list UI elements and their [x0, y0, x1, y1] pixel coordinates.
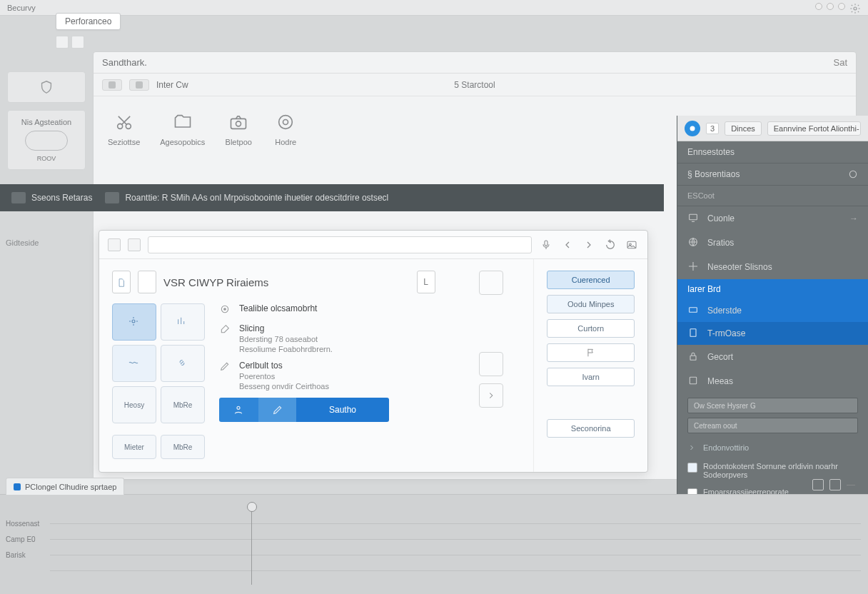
addr-icon[interactable] [128, 238, 141, 251]
btn-cuerenced[interactable]: Cuerenced [547, 271, 635, 289]
picture-icon[interactable] [625, 238, 639, 252]
link-endon[interactable]: Endonvottirio [677, 438, 868, 458]
modal-title: VSR CIWYP Riraiems [163, 276, 268, 288]
tab-dinces[interactable]: Dinces [725, 121, 762, 136]
back-icon[interactable] [560, 238, 575, 252]
pencil-icon [219, 361, 232, 373]
stack-icon [687, 375, 700, 388]
slot-card[interactable] [479, 383, 503, 408]
brush-icon [219, 323, 232, 336]
mic-icon[interactable] [539, 238, 553, 252]
field-scere[interactable]: Ow Scere Hysrer G [687, 398, 858, 413]
svg-rect-22 [690, 356, 696, 360]
sel-item-sderstde[interactable]: Sderstde [677, 299, 868, 322]
badge-count: 3 [706, 123, 719, 134]
left-label: Gidteside [6, 238, 39, 247]
thumb-icon [105, 192, 119, 203]
detail-row[interactable]: Slicing Bdersting 78 oaseabot Resoliume … [219, 323, 435, 353]
folder-icon [169, 111, 196, 134]
gear-icon [127, 316, 141, 328]
action-label: Sautho [329, 405, 356, 415]
doc-icon[interactable] [138, 271, 156, 293]
detail-sub: Bdersting 78 oaseabot [239, 335, 333, 343]
tile-label: MbRe [173, 401, 193, 409]
action-primary[interactable]: Sautho [296, 398, 389, 422]
addr-icon[interactable] [108, 238, 121, 251]
chart-icon [176, 316, 190, 328]
slot-card[interactable] [479, 271, 503, 295]
rpanel-item-gecort[interactable]: Gecort [677, 345, 868, 369]
tool-sezi[interactable]: Seziottse [108, 111, 140, 146]
field-cetream[interactable]: Cetream oout [687, 418, 858, 433]
tool-blet[interactable]: Bletpoo [225, 111, 252, 146]
tile-mieter[interactable]: Mieter [112, 435, 156, 459]
left-card-aspiration: Nis Agsteation ROOV [7, 110, 86, 170]
rpanel-h2[interactable]: § Bosrentiaos [677, 163, 868, 186]
window-dot[interactable] [827, 3, 834, 10]
arrow-icon: → [849, 213, 858, 223]
svg-rect-3 [231, 119, 246, 129]
btn-blank[interactable] [547, 343, 635, 362]
btn-curtorn[interactable]: Curtorn [547, 319, 635, 338]
svg-point-12 [132, 320, 135, 323]
chevron-right-icon [687, 443, 696, 452]
detail-row[interactable]: Cerlbult tos Poerentos Besseng onvdir Ce… [219, 361, 435, 391]
item-label: Sderstde [707, 306, 742, 316]
camera-icon [225, 111, 252, 134]
tile-label: MbRe [173, 443, 193, 451]
lane [50, 523, 861, 524]
status-icon[interactable] [812, 479, 824, 490]
detail-row[interactable]: Tealible olcsamobrht [219, 303, 435, 316]
subbar-chip[interactable] [102, 79, 122, 91]
link-icon [176, 357, 190, 370]
slot-card[interactable] [479, 352, 503, 376]
banner-seg-a[interactable]: Sseons Retaras [11, 192, 92, 203]
url-input[interactable] [148, 236, 532, 253]
tool-ages[interactable]: Agesopobics [160, 111, 205, 146]
modal-addressbar [99, 231, 647, 259]
forward-icon[interactable] [582, 238, 596, 252]
timeline-tab-label: PClongel Clhudire sprtaep [25, 483, 116, 491]
timeline[interactable]: Hossenast Camp E0 Barisk [0, 502, 868, 588]
left-card[interactable] [7, 71, 86, 103]
playhead[interactable] [251, 506, 252, 585]
action-edit[interactable] [258, 398, 296, 422]
timeline-tab[interactable]: PClongel Clhudire sprtaep [6, 478, 124, 495]
mini-tab[interactable] [71, 36, 84, 49]
bubble-icon[interactable] [685, 121, 700, 136]
svg-point-16 [690, 126, 695, 131]
tile[interactable] [112, 303, 156, 341]
detail-sub: Besseng onvdir Ceirthoas [239, 382, 329, 391]
doc-icon[interactable] [112, 271, 131, 293]
btn-oodu[interactable]: Oodu Minpes [547, 295, 635, 313]
tile-mbre2[interactable]: MbRe [161, 435, 205, 459]
subbar-chip[interactable] [129, 79, 149, 91]
tile-heosy[interactable]: Heosy [112, 386, 156, 423]
tile[interactable] [161, 303, 205, 341]
status-icon[interactable] [829, 479, 841, 490]
preferences-tab[interactable]: Perforanceo [56, 13, 121, 30]
rpanel-item-cuonle[interactable]: Cuonle → [677, 206, 868, 231]
rpanel-item-neseoter[interactable]: Neseoter Slisnos [677, 255, 868, 279]
rpanel-item-sratios[interactable]: Sratios [677, 231, 868, 255]
tile[interactable] [161, 345, 205, 382]
sel-item-trmoase[interactable]: T-rmOase [677, 322, 868, 345]
device-icon [687, 327, 700, 340]
refresh-icon[interactable] [603, 238, 617, 252]
tab-eannvine[interactable]: Eannvine Fortot Alionthi- [767, 121, 861, 136]
rpanel-item-meeas[interactable]: Meeas [677, 369, 868, 393]
toggle-slot[interactable] [25, 131, 68, 151]
section-label: § Bosrentiaos [687, 169, 740, 179]
btn-ivarn[interactable]: Ivarn [547, 368, 635, 386]
mini-tab[interactable] [56, 36, 69, 49]
window-dot[interactable] [838, 3, 845, 10]
tool-hodre[interactable]: Hodre [272, 111, 299, 146]
tile[interactable] [112, 345, 156, 382]
window-dot[interactable] [815, 3, 822, 10]
window-controls[interactable] [815, 3, 861, 14]
key-l-button[interactable]: L [417, 271, 435, 293]
btn-secon[interactable]: Seconorina [547, 419, 635, 438]
action-user[interactable] [219, 398, 258, 422]
settings-gear-icon[interactable] [849, 3, 861, 14]
tile-mbre[interactable]: MbRe [161, 386, 205, 423]
